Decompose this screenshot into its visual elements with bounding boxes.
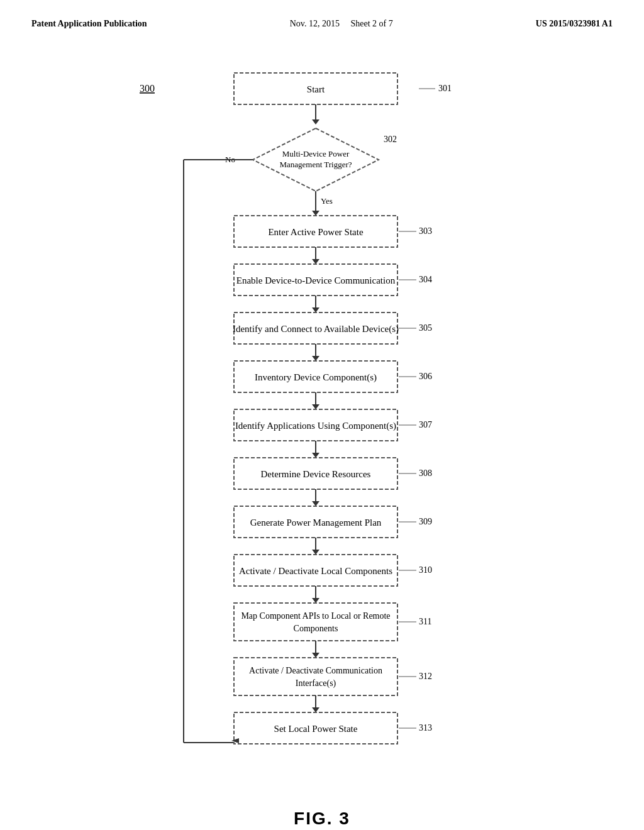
start-label: Start	[307, 84, 325, 94]
node-label-306: 306	[419, 372, 432, 381]
box-312	[234, 658, 397, 695]
page: Patent Application Publication Nov. 12, …	[0, 0, 644, 830]
node-label-303: 303	[419, 226, 432, 236]
header-publication-label: Patent Application Publication	[31, 19, 147, 29]
diamond-line1: Multi-Device Power	[282, 149, 350, 158]
box-309-text: Generate Power Management Plan	[250, 517, 382, 528]
node-label-301: 301	[438, 84, 452, 93]
node-label-310: 310	[419, 565, 432, 575]
box-313-text: Set Local Power State	[274, 724, 358, 734]
page-header: Patent Application Publication Nov. 12, …	[31, 19, 613, 29]
arrowhead-1	[312, 119, 319, 124]
flowchart-svg: 300 Start 301 Multi-Device Power Managem…	[102, 54, 542, 783]
box-307-text: Identify Applications Using Component(s)	[235, 421, 396, 431]
node-label-313: 313	[419, 723, 432, 733]
box-308-text: Determine Device Resources	[261, 469, 371, 479]
diamond-line2: Management Trigger?	[279, 160, 352, 169]
box-304-text: Enable Device-to-Device Communication	[236, 275, 396, 285]
arrowhead-308-309	[312, 501, 319, 506]
box-305-text: Identify and Connect to Available Device…	[233, 324, 399, 335]
box-312-text-1: Activate / Deactivate Communication	[249, 666, 382, 675]
arrowhead-yes	[312, 211, 319, 216]
header-patent-number: US 2015/0323981 A1	[536, 19, 613, 29]
figure-caption: FIG. 3	[31, 809, 613, 829]
node-label-311: 311	[419, 617, 431, 626]
yes-label: Yes	[321, 196, 333, 206]
node-label-304: 304	[419, 275, 432, 284]
arrowhead-311-312	[312, 653, 319, 658]
header-date-sheet: Nov. 12, 2015 Sheet 2 of 7	[290, 19, 393, 29]
node-label-312: 312	[419, 672, 432, 681]
diagram-number: 300	[140, 83, 155, 94]
arrowhead-306-307	[312, 404, 319, 409]
box-306-text: Inventory Device Component(s)	[255, 372, 377, 383]
box-311-text-2: Components	[294, 624, 338, 633]
arrowhead-309-310	[312, 550, 319, 555]
header-date: Nov. 12, 2015	[290, 19, 340, 28]
box-312-text-2: Interface(s)	[296, 678, 336, 689]
arrowhead-312-313	[312, 707, 319, 712]
arrowhead-307-308	[312, 453, 319, 458]
flowchart-container: 300 Start 301 Multi-Device Power Managem…	[31, 54, 613, 783]
node-label-307: 307	[419, 420, 432, 429]
arrowhead-303-304	[312, 259, 319, 264]
node-label-305: 305	[419, 323, 432, 333]
node-label-308: 308	[419, 468, 432, 478]
box-303-text: Enter Active Power State	[268, 227, 364, 237]
node-label-302: 302	[384, 135, 397, 144]
header-sheet: Sheet 2 of 7	[350, 19, 392, 28]
box-311-text-1: Map Component APIs to Local or Remote	[241, 611, 390, 621]
box-310-text: Activate / Deactivate Local Components	[239, 566, 392, 576]
node-label-309: 309	[419, 517, 432, 526]
box-311	[234, 603, 397, 641]
arrowhead-305-306	[312, 356, 319, 361]
arrowhead-304-305	[312, 307, 319, 313]
arrowhead-310-311	[312, 598, 319, 603]
